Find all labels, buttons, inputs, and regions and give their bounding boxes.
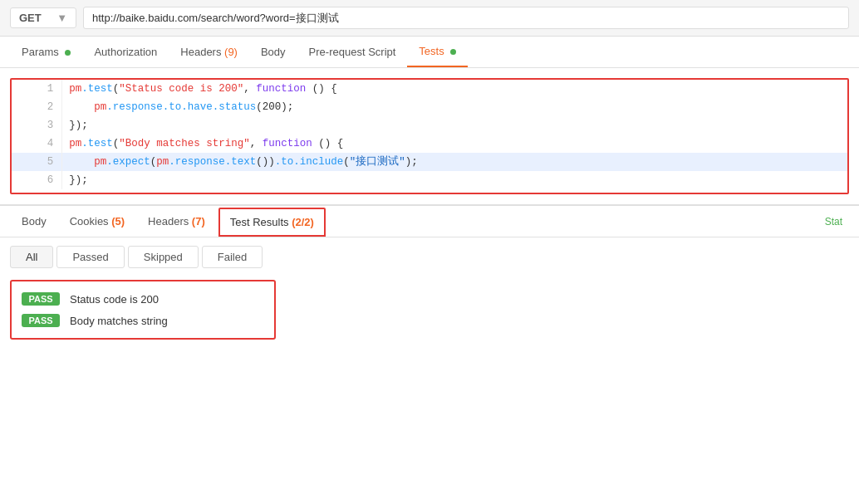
method-chevron-icon: ▼ <box>56 12 67 24</box>
tab-prerequest[interactable]: Pre-request Script <box>297 37 408 66</box>
line-number: 3 <box>12 116 62 135</box>
tab-tests[interactable]: Tests <box>407 37 468 67</box>
line-number: 5 <box>12 153 62 171</box>
params-dot-icon <box>65 50 71 56</box>
pass-badge-1: PASS <box>22 292 60 306</box>
tab-response-body[interactable]: Body <box>10 207 58 236</box>
code-table: 1pm.test("Status code is 200", function … <box>12 80 847 189</box>
tab-test-results[interactable]: Test Results (2/2) <box>218 208 326 237</box>
filter-passed[interactable]: Passed <box>56 246 124 268</box>
line-code: pm.expect(pm.response.text()).to.include… <box>62 153 847 171</box>
url-input[interactable] <box>83 7 849 29</box>
line-number: 2 <box>12 98 62 116</box>
filter-tabs: All Passed Skipped Failed <box>0 237 859 272</box>
line-code: pm.response.to.have.status(200); <box>62 98 847 116</box>
test-result-row-1: PASS Status code is 200 <box>18 288 268 310</box>
pass-badge-2: PASS <box>22 314 60 327</box>
test-label-2: Body matches string <box>70 315 168 327</box>
tab-headers[interactable]: Headers (9) <box>169 37 249 66</box>
status-label: Stat <box>825 216 849 228</box>
method-dropdown[interactable]: GET ▼ <box>10 7 76 28</box>
method-label: GET <box>19 12 42 24</box>
filter-failed[interactable]: Failed <box>202 246 263 268</box>
url-bar: GET ▼ <box>0 0 859 37</box>
bottom-tabs-row: Body Cookies (5) Headers (7) Test Result… <box>0 206 859 237</box>
filter-skipped[interactable]: Skipped <box>128 246 199 268</box>
tab-response-headers[interactable]: Headers (7) <box>136 207 217 236</box>
test-result-row-2: PASS Body matches string <box>18 310 268 331</box>
line-number: 1 <box>12 80 62 98</box>
tab-cookies[interactable]: Cookies (5) <box>58 207 136 236</box>
bottom-area: Body Cookies (5) Headers (7) Test Result… <box>0 204 859 348</box>
test-results-box: PASS Status code is 200 PASS Body matche… <box>10 280 276 340</box>
tab-params[interactable]: Params <box>10 37 82 66</box>
test-results-container: PASS Status code is 200 PASS Body matche… <box>0 272 859 348</box>
line-code: }); <box>62 116 847 135</box>
tab-body[interactable]: Body <box>249 37 297 66</box>
line-code: }); <box>62 171 847 189</box>
code-editor[interactable]: 1pm.test("Status code is 200", function … <box>10 78 849 194</box>
tests-dot-icon <box>450 49 456 55</box>
line-number: 4 <box>12 135 62 153</box>
line-code: pm.test("Status code is 200", function (… <box>62 80 847 98</box>
line-number: 6 <box>12 171 62 189</box>
test-label-1: Status code is 200 <box>70 293 159 306</box>
filter-all[interactable]: All <box>10 246 53 268</box>
tab-authorization[interactable]: Authorization <box>82 37 169 66</box>
top-tabs-row: Params Authorization Headers (9) Body Pr… <box>0 37 859 68</box>
line-code: pm.test("Body matches string", function … <box>62 135 847 153</box>
